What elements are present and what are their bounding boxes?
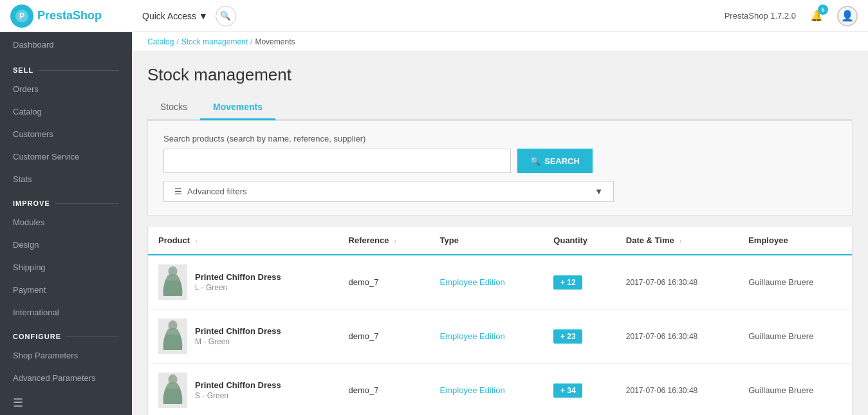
col-employee: Employee xyxy=(738,226,852,255)
version-text: PrestaShop 1.7.2.0 xyxy=(725,11,796,21)
search-icon: 🔍 xyxy=(220,11,231,21)
cell-date: 2017-07-06 16:30:48 xyxy=(616,309,738,364)
product-image xyxy=(158,264,187,300)
tab-movements[interactable]: Movements xyxy=(200,95,275,120)
search-btn-label: SEARCH xyxy=(544,156,580,166)
cell-employee: Guillaume Bruere xyxy=(738,309,852,364)
sidebar-section-improve: IMPROVE xyxy=(0,190,132,211)
product-name: Printed Chiffon Dress xyxy=(195,380,281,390)
table-header-row: Product ↕ Reference ↕ Type Quantity Date… xyxy=(148,226,852,255)
sidebar-item-orders[interactable]: Orders xyxy=(0,78,132,100)
sidebar-item-customers[interactable]: Customers xyxy=(0,123,132,145)
content-area: Catalog / Stock management / Movements S… xyxy=(132,32,868,415)
product-name: Printed Chiffon Dress xyxy=(195,326,281,336)
breadcrumb: Catalog / Stock management / Movements xyxy=(147,37,853,46)
quick-access-button[interactable]: Quick Access ▼ xyxy=(142,11,208,21)
product-variant: S - Green xyxy=(195,391,281,400)
breadcrumb-catalog[interactable]: Catalog xyxy=(147,37,174,46)
topbar-right: PrestaShop 1.7.2.0 🔔 5 👤 xyxy=(725,6,858,26)
sidebar-item-advanced-parameters[interactable]: Advanced Parameters xyxy=(0,367,132,389)
sidebar-item-modules[interactable]: Modules xyxy=(0,211,132,234)
search-button[interactable]: 🔍 SEARCH xyxy=(517,149,593,173)
search-row: 🔍 SEARCH xyxy=(163,149,836,173)
user-avatar[interactable]: 👤 xyxy=(837,6,858,26)
cell-date: 2017-07-06 16:30:48 xyxy=(616,364,738,416)
col-type: Type xyxy=(430,226,544,255)
filters-row: ☰ Advanced filters ▼ xyxy=(163,181,836,202)
product-image xyxy=(158,318,187,354)
search-input[interactable] xyxy=(163,149,511,173)
logo-text: PrestaShop xyxy=(37,9,102,23)
page-title: Stock management xyxy=(147,65,853,85)
topbar: P PrestaShop Quick Access ▼ 🔍 PrestaShop… xyxy=(0,0,868,32)
chevron-down-icon: ▼ xyxy=(199,11,208,21)
cell-quantity: + 23 xyxy=(543,309,615,364)
sidebar-item-shop-parameters[interactable]: Shop Parameters xyxy=(0,344,132,367)
sidebar-item-design[interactable]: Design xyxy=(0,234,132,256)
cell-employee: Guillaume Bruere xyxy=(738,364,852,416)
cell-type: Employee Edition xyxy=(430,364,544,416)
sidebar-item-shipping[interactable]: Shipping xyxy=(0,256,132,279)
cell-product: Printed Chiffon Dress L - Green xyxy=(148,255,338,309)
sort-reference-icon[interactable]: ↕ xyxy=(394,239,397,244)
cell-product: Printed Chiffon Dress M - Green xyxy=(148,309,338,364)
sidebar-collapse-button[interactable]: ☰ xyxy=(0,389,132,415)
cell-quantity: + 12 xyxy=(543,255,615,309)
sidebar-item-catalog[interactable]: Catalog xyxy=(0,100,132,123)
sidebar: Dashboard SELL Orders Catalog Customers … xyxy=(0,32,132,415)
sort-datetime-icon[interactable]: ↕ xyxy=(679,239,682,244)
cell-reference: demo_7 xyxy=(338,255,430,309)
product-variant: M - Green xyxy=(195,337,281,346)
svg-text:P: P xyxy=(19,12,24,21)
sidebar-item-payment[interactable]: Payment xyxy=(0,279,132,301)
advanced-filters-button[interactable]: ☰ Advanced filters ▼ xyxy=(163,181,614,202)
table-row: Printed Chiffon Dress S - Green demo_7 E… xyxy=(148,364,852,416)
logo-icon: P xyxy=(10,5,33,28)
topbar-middle: Quick Access ▼ 🔍 xyxy=(142,6,725,26)
notification-badge: 5 xyxy=(818,5,828,15)
notifications-button[interactable]: 🔔 5 xyxy=(806,6,827,26)
cell-reference: demo_7 xyxy=(338,364,430,416)
table-row: Printed Chiffon Dress M - Green demo_7 E… xyxy=(148,309,852,364)
sidebar-section-sell: SELL xyxy=(0,57,132,78)
movements-table: Product ↕ Reference ↕ Type Quantity Date… xyxy=(148,226,852,415)
cell-product: Printed Chiffon Dress S - Green xyxy=(148,364,338,416)
col-reference: Reference ↕ xyxy=(338,226,430,255)
user-icon: 👤 xyxy=(841,10,854,22)
col-datetime: Date & Time ↕ xyxy=(616,226,738,255)
chevron-down-icon: ▼ xyxy=(595,187,603,196)
sidebar-item-international[interactable]: International xyxy=(0,301,132,324)
col-product: Product ↕ xyxy=(148,226,338,255)
sidebar-item-dashboard[interactable]: Dashboard xyxy=(0,32,132,57)
product-image xyxy=(158,373,187,408)
cell-employee: Guillaume Bruere xyxy=(738,255,852,309)
product-variant: L - Green xyxy=(195,283,281,292)
sidebar-item-customer-service[interactable]: Customer Service xyxy=(0,145,132,168)
product-name: Printed Chiffon Dress xyxy=(195,272,281,282)
breadcrumb-sep1: / xyxy=(176,37,178,46)
breadcrumb-stock[interactable]: Stock management xyxy=(181,37,248,46)
content-main: Stock management Stocks Movements Search… xyxy=(132,52,868,415)
search-label: Search products (search by name, referen… xyxy=(163,134,836,143)
breadcrumb-current: Movements xyxy=(255,37,295,46)
logo-area: P PrestaShop xyxy=(10,5,142,28)
table-body: Printed Chiffon Dress L - Green demo_7 E… xyxy=(148,255,852,415)
cell-type: Employee Edition xyxy=(430,255,544,309)
cell-type: Employee Edition xyxy=(430,309,544,364)
tabs-container: Stocks Movements xyxy=(147,95,853,120)
sort-product-icon[interactable]: ↕ xyxy=(195,239,198,244)
filter-icon: ☰ xyxy=(174,187,182,196)
tab-stocks[interactable]: Stocks xyxy=(147,95,200,120)
content-topbar: Catalog / Stock management / Movements xyxy=(132,32,868,52)
table-row: Printed Chiffon Dress L - Green demo_7 E… xyxy=(148,255,852,309)
global-search-button[interactable]: 🔍 xyxy=(216,6,236,26)
breadcrumb-sep2: / xyxy=(250,37,252,46)
cell-date: 2017-07-06 16:30:48 xyxy=(616,255,738,309)
table-area: Product ↕ Reference ↕ Type Quantity Date… xyxy=(147,226,853,415)
quick-access-label: Quick Access xyxy=(142,11,196,21)
search-btn-icon: 🔍 xyxy=(530,156,540,166)
search-area: Search products (search by name, referen… xyxy=(147,120,853,216)
filters-label: Advanced filters xyxy=(187,187,247,196)
sidebar-item-stats[interactable]: Stats xyxy=(0,168,132,190)
cell-reference: demo_7 xyxy=(338,309,430,364)
